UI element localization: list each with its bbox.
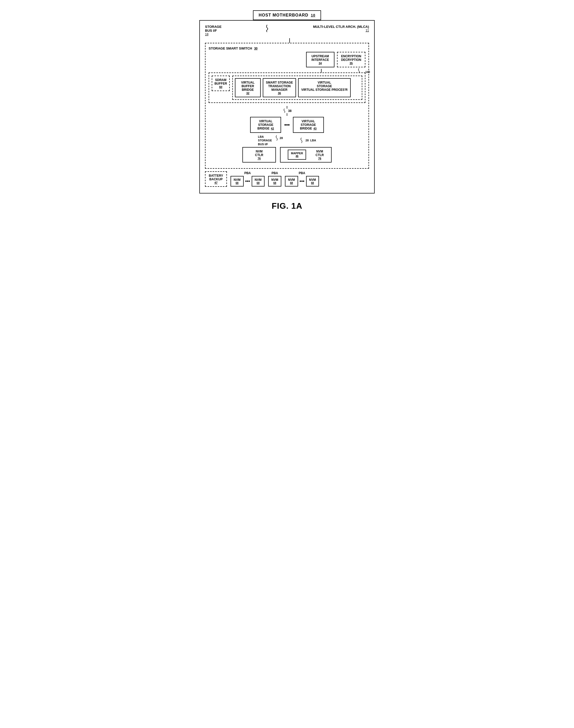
bottom-section: BATTERY BACKUP 47 PBA NVM 68 ••• (205, 171, 369, 187)
sdram-label: SDRAM (214, 78, 227, 82)
page-container: HOST MOTHERBOARD 10 STORAGE BUS I/F 18 M… (197, 10, 377, 211)
battery-l2: BACKUP (208, 178, 224, 181)
vbb-l2: BUFFER (238, 84, 258, 88)
wavy-connector-icon (263, 25, 271, 33)
lba-l1: LBA (258, 135, 272, 139)
nvm-ctlr-left-ref: 76 (247, 157, 272, 160)
vert-conn-area: 38 (209, 106, 365, 116)
pba-group-3: PBA NVM 68 ••• NVM 68 (285, 171, 319, 187)
mlca-title-text: MULTI-LEVEL CTLR ARCH. (MLCA) (313, 25, 369, 29)
battery-box: BATTERY BACKUP 47 (205, 171, 227, 187)
lba-l3: BUS I/F (258, 142, 272, 146)
vert-connector-1 (289, 38, 290, 43)
nvm-row-2: NVM 68 (268, 176, 281, 187)
vbb-ref: 32 (238, 91, 258, 95)
storage-bus-text2: BUS I/F (205, 29, 221, 33)
vsb43-ref: 43 (313, 127, 316, 130)
wavy-lba-right-icon (298, 137, 304, 144)
nvm-dots-1: ••• (245, 179, 250, 184)
enc-140-box: SDRAM BUFFER 60 VIRTUAL BUFFER BRIDGE 32 (209, 73, 365, 103)
wavy-lba-left-icon (274, 135, 280, 141)
nvm-2a-r: 68 (271, 182, 278, 185)
nvm-ctlr-right-l2: CTLR (316, 153, 324, 157)
wavy-140-icon (357, 68, 365, 73)
vsb42-ref: 42 (271, 127, 274, 130)
vsb43-l2: STORAGE (296, 123, 320, 127)
sss-label: STORAGE SMART SWITCH 30 (209, 46, 365, 50)
vert-conn-2 (321, 69, 322, 73)
nvm-row-1: NVM 68 ••• NVM 68 (231, 176, 264, 187)
nvm-1a-l: NVM (234, 178, 241, 182)
bus-ref: 18 (205, 33, 221, 36)
lba-right-label: LBA (310, 139, 316, 142)
vc-38a (287, 106, 287, 109)
nvm-ctlr-left-l1: NVM (247, 150, 272, 153)
vsb42-l2: STORAGE (254, 123, 278, 127)
vbb-l3: BRIDGE (238, 88, 258, 91)
nvm-ctlr-row: NVM CTLR 76 MAPPER 46 NVM CTLR 76 (209, 147, 365, 162)
pba-nvm-groups: PBA NVM 68 ••• NVM 68 (231, 171, 369, 187)
nvm-2a: NVM 68 (268, 176, 281, 187)
mlca-outer: STORAGE BUS I/F 18 MULTI-LEVEL CTLR ARCH… (199, 20, 375, 193)
sstm-ref: 36 (266, 91, 293, 95)
host-motherboard-label: HOST MOTHERBOARD (259, 13, 309, 17)
sdram-ref: 60 (214, 85, 227, 88)
lba-left-ref: 28 (280, 137, 283, 140)
nvm-ctlr-right-ref: 76 (316, 157, 324, 160)
storage-bus-label: STORAGE BUS I/F 18 (205, 25, 221, 36)
nvm-1b: NVM 68 (252, 176, 265, 187)
upstream-label: UPSTREAM (310, 54, 330, 58)
vsb42-box: VIRTUAL STORAGE BRIDGE 42 (250, 117, 281, 133)
host-motherboard-section: HOST MOTHERBOARD 10 (197, 10, 377, 20)
nvm-3b-r: 68 (309, 182, 316, 185)
vsb43-box: VIRTUAL STORAGE BRIDGE 43 (293, 117, 324, 133)
pba-label-2: PBA (272, 171, 278, 175)
nvm-2a-l: NVM (271, 178, 278, 182)
sstm-l3: MANAGER (266, 88, 293, 91)
top-components-row: UPSTREAM INTERFACE 34 ENCRYPTION DECRYPT… (209, 52, 365, 67)
vsp-l3: VIRTUAL STORAGE PROCES'R (301, 88, 347, 91)
mlca-title: MULTI-LEVEL CTLR ARCH. (MLCA) 11 (313, 25, 369, 32)
nvm-ctlr-right-box: MAPPER 46 NVM CTLR 76 (280, 147, 332, 162)
lba-l2: STORAGE (258, 139, 272, 142)
storage-bus-text: STORAGE (205, 25, 221, 29)
nvm-3a-r: 68 (288, 182, 295, 185)
ref-38: 38 (288, 109, 291, 113)
nvm-dots-3: ••• (300, 179, 304, 184)
vc-38b (287, 113, 287, 116)
nvm-1b-l: NVM (255, 178, 262, 182)
nvm-1a-r: 68 (234, 182, 241, 185)
vsb-dots: ••• (284, 117, 290, 133)
sdram-section: SDRAM BUFFER 60 (212, 76, 230, 100)
sdram-box: SDRAM BUFFER 60 (212, 76, 230, 91)
encryption-box: ENCRYPTION DECRYPTION 35 (337, 52, 365, 67)
vsb43-l1: VIRTUAL (296, 119, 320, 123)
vsb42-l1: VIRTUAL (254, 119, 278, 123)
nvm-3b: NVM 68 (306, 176, 319, 187)
nvm-ctlr-right-labels: NVM CTLR 76 (316, 150, 324, 160)
pba-label-3: PBA (299, 171, 305, 175)
vbb-box: VIRTUAL BUFFER BRIDGE 32 (235, 78, 261, 97)
vsp-box: VIRTUAL STORAGE VIRTUAL STORAGE PROCES'R (298, 78, 351, 97)
mlca-header: STORAGE BUS I/F 18 MULTI-LEVEL CTLR ARCH… (205, 25, 369, 36)
pba-group-2: PBA NVM 68 (268, 171, 281, 187)
pba-group-1: PBA NVM 68 ••• NVM 68 (231, 171, 264, 187)
sss-ref: 30 (254, 47, 257, 50)
vsb-left-col: VIRTUAL STORAGE BRIDGE 42 (250, 117, 281, 133)
lba-right: 28 LBA (298, 135, 316, 146)
vsp-l1: VIRTUAL (301, 81, 347, 84)
sdram-label2: BUFFER (214, 82, 227, 85)
vsb43-l3: BRIDGE 43 (296, 127, 320, 130)
enc-ref: 35 (341, 62, 361, 65)
fig-label: FIG. 1A (272, 201, 302, 211)
lba-right-ref: 28 (305, 139, 309, 142)
mapper-ref: 46 (291, 155, 303, 158)
lba-left-wavy: 28 (274, 135, 283, 141)
lba-row: LBA STORAGE BUS I/F 28 (209, 135, 365, 146)
sss-label-text: STORAGE SMART SWITCH (209, 46, 252, 50)
sstm-l1: SMART STORAGE (266, 81, 293, 84)
upstream-ref: 34 (310, 62, 330, 65)
mlca-ref: 11 (313, 29, 369, 32)
upstream-interface-box: UPSTREAM INTERFACE 34 (306, 52, 334, 67)
battery-ref: 47 (208, 181, 224, 184)
